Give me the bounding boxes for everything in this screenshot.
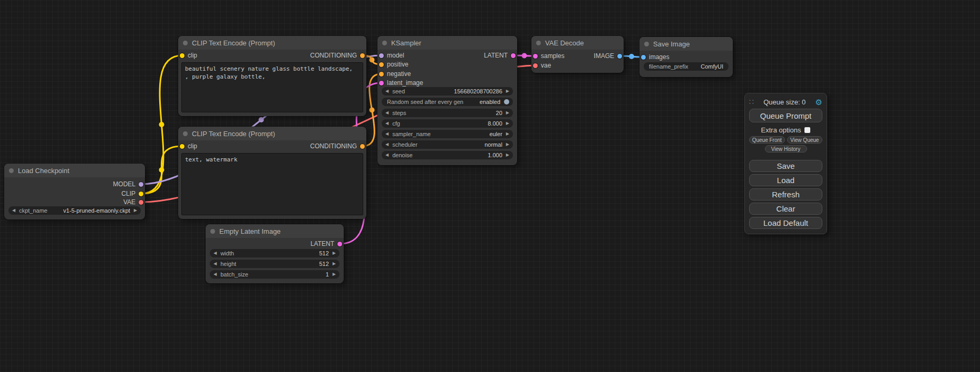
view-queue-button[interactable]: View Queue xyxy=(787,136,823,144)
widget-label: ckpt_name xyxy=(19,207,47,214)
decrement-arrow-icon[interactable]: ◀ xyxy=(214,251,217,255)
filename-prefix-widget[interactable]: filename_prefix ComfyUI xyxy=(644,62,729,71)
queue-front-button[interactable]: Queue Front xyxy=(749,136,785,144)
input-slot-latent-image: latent_image xyxy=(379,78,423,88)
model-input-dot[interactable] xyxy=(379,53,384,58)
model-output-dot[interactable] xyxy=(139,182,143,187)
cfg-widget[interactable]: ◀ cfg 8.000 ▶ xyxy=(382,119,513,128)
node-title-bar[interactable]: CLIP Text Encode (Prompt) xyxy=(178,36,366,50)
node-title-bar[interactable]: Load Checkpoint xyxy=(4,164,145,177)
collapse-dot-icon[interactable] xyxy=(644,42,649,46)
load-button[interactable]: Load xyxy=(749,174,822,186)
increment-arrow-icon[interactable]: ▶ xyxy=(134,208,137,213)
collapse-dot-icon[interactable] xyxy=(183,131,188,136)
decrement-arrow-icon[interactable]: ◀ xyxy=(214,262,217,266)
increment-arrow-icon[interactable]: ▶ xyxy=(506,142,509,147)
positive-input-dot[interactable] xyxy=(379,62,384,67)
node-clip-text-encode-negative[interactable]: CLIP Text Encode (Prompt) clip CONDITION… xyxy=(178,127,366,219)
decrement-arrow-icon[interactable]: ◀ xyxy=(214,272,217,276)
collapse-dot-icon[interactable] xyxy=(382,41,387,45)
scheduler-widget[interactable]: ◀ scheduler normal ▶ xyxy=(382,140,513,149)
input-slot-clip: clip xyxy=(180,51,197,60)
increment-arrow-icon[interactable]: ▶ xyxy=(333,262,336,266)
node-title-bar[interactable]: VAE Decode xyxy=(531,36,624,50)
node-load-checkpoint[interactable]: Load Checkpoint MODEL CLIP VAE ◀ ckpt_na… xyxy=(4,164,145,220)
widget-label: height xyxy=(220,261,236,267)
node-title-bar[interactable]: KSampler xyxy=(377,36,517,50)
node-title: CLIP Text Encode (Prompt) xyxy=(192,130,275,138)
clear-button[interactable]: Clear xyxy=(749,203,822,215)
clip-output-dot[interactable] xyxy=(139,192,143,196)
widget-value: euler xyxy=(489,131,502,137)
increment-arrow-icon[interactable]: ▶ xyxy=(506,121,509,126)
node-title-bar[interactable]: Save Image xyxy=(639,37,733,51)
refresh-button[interactable]: Refresh xyxy=(749,188,822,201)
load-default-button[interactable]: Load Default xyxy=(749,217,822,229)
extra-options-checkbox[interactable] xyxy=(804,127,810,133)
node-title-bar[interactable]: CLIP Text Encode (Prompt) xyxy=(178,127,366,140)
height-widget[interactable]: ◀ height 512 ▶ xyxy=(210,260,339,268)
node-title-bar[interactable]: Empty Latent Image xyxy=(206,224,344,238)
latent-output-dot[interactable] xyxy=(511,53,516,58)
batch-size-widget[interactable]: ◀ batch_size 1 ▶ xyxy=(210,270,339,279)
decrement-arrow-icon[interactable]: ◀ xyxy=(385,153,389,157)
decrement-arrow-icon[interactable]: ◀ xyxy=(385,132,389,136)
drag-handle-icon[interactable]: ∷ xyxy=(749,98,754,106)
node-empty-latent-image[interactable]: Empty Latent Image LATENT ◀ width 512 ▶ … xyxy=(206,224,344,283)
node-save-image[interactable]: Save Image images filename_prefix ComfyU… xyxy=(639,37,733,77)
seed-widget[interactable]: ◀ seed 156680208700286 ▶ xyxy=(382,87,513,96)
increment-arrow-icon[interactable]: ▶ xyxy=(506,153,509,157)
decrement-arrow-icon[interactable]: ◀ xyxy=(385,111,389,115)
decrement-arrow-icon[interactable]: ◀ xyxy=(385,121,389,126)
denoise-widget[interactable]: ◀ denoise 1.000 ▶ xyxy=(382,151,513,159)
save-button[interactable]: Save xyxy=(749,160,822,172)
increment-arrow-icon[interactable]: ▶ xyxy=(506,132,509,136)
positive-prompt-textarea[interactable]: beautiful scenery nature glass bottle la… xyxy=(181,62,363,112)
steps-widget[interactable]: ◀ steps 20 ▶ xyxy=(382,109,513,117)
clip-input-dot[interactable] xyxy=(180,144,185,149)
increment-arrow-icon[interactable]: ▶ xyxy=(333,251,336,255)
node-vae-decode[interactable]: VAE Decode samples vae IMAGE xyxy=(531,36,624,73)
extra-options-row: Extra options xyxy=(749,126,822,134)
latent-image-input-dot[interactable] xyxy=(379,81,384,85)
node-clip-text-encode-positive[interactable]: CLIP Text Encode (Prompt) clip CONDITION… xyxy=(178,36,366,116)
output-label: CLIP xyxy=(121,190,135,197)
input-slot-samples: samples xyxy=(533,51,565,61)
vae-input-dot[interactable] xyxy=(533,63,538,68)
increment-arrow-icon[interactable]: ▶ xyxy=(506,89,509,93)
toggle-dot-icon[interactable] xyxy=(504,99,509,104)
output-slot-vae: VAE xyxy=(123,197,143,207)
increment-arrow-icon[interactable]: ▶ xyxy=(506,111,509,115)
decrement-arrow-icon[interactable]: ◀ xyxy=(12,208,15,213)
samples-input-dot[interactable] xyxy=(533,54,538,59)
widget-label: sampler_name xyxy=(392,131,431,137)
random-seed-toggle-widget[interactable]: Random seed after every gen enabled xyxy=(382,98,513,106)
image-output-dot[interactable] xyxy=(617,54,622,59)
settings-gear-icon[interactable]: ⚙ xyxy=(816,98,822,106)
queue-prompt-button[interactable]: Queue Prompt xyxy=(749,109,822,122)
view-history-button[interactable]: View History xyxy=(765,145,807,152)
decrement-arrow-icon[interactable]: ◀ xyxy=(385,142,389,147)
latent-output-dot[interactable] xyxy=(337,242,342,246)
increment-arrow-icon[interactable]: ▶ xyxy=(333,272,336,276)
collapse-dot-icon[interactable] xyxy=(183,41,188,45)
vae-output-dot[interactable] xyxy=(139,200,143,205)
images-input-dot[interactable] xyxy=(641,55,646,60)
collapse-dot-icon[interactable] xyxy=(9,168,14,173)
conditioning-output-dot[interactable] xyxy=(360,144,365,149)
input-label: positive xyxy=(387,61,409,68)
collapse-dot-icon[interactable] xyxy=(210,229,215,234)
collapse-dot-icon[interactable] xyxy=(536,41,541,45)
width-widget[interactable]: ◀ width 512 ▶ xyxy=(210,249,339,257)
link-dot xyxy=(522,53,527,59)
decrement-arrow-icon[interactable]: ◀ xyxy=(385,89,389,93)
conditioning-output-dot[interactable] xyxy=(360,53,365,58)
clip-input-dot[interactable] xyxy=(180,53,185,58)
ckpt-name-widget[interactable]: ◀ ckpt_name v1-5-pruned-emaonly.ckpt ▶ xyxy=(8,206,141,215)
node-ksampler[interactable]: KSampler model positive negative latent_… xyxy=(377,36,517,165)
negative-prompt-textarea[interactable]: text, watermark xyxy=(181,153,363,215)
sampler-name-widget[interactable]: ◀ sampler_name euler ▶ xyxy=(382,130,513,138)
negative-input-dot[interactable] xyxy=(379,72,384,77)
input-slot-positive: positive xyxy=(379,60,409,69)
output-slot-latent: LATENT xyxy=(484,51,516,60)
